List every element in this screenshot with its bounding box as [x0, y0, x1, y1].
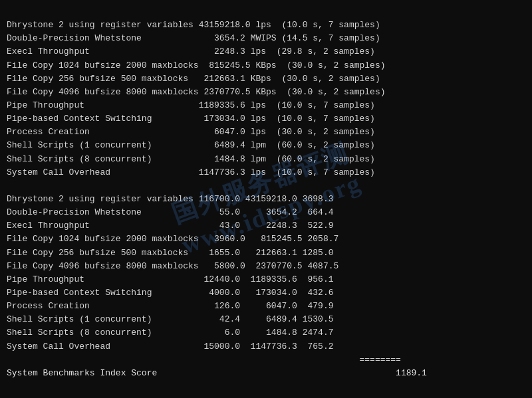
index-row: File Copy 4096 bufsize 8000 maxblocks 58… — [7, 260, 525, 273]
index-row: File Copy 256 bufsize 500 maxblocks 1655… — [7, 247, 525, 260]
perf-row: Execl Throughput 2248.3 lps (29.8 s, 2 s… — [7, 45, 525, 58]
score-line: System Benchmarks Index Score 1189.1 — [7, 367, 525, 380]
perf-row: Pipe-based Context Switching 173034.0 lp… — [7, 112, 525, 126]
index-row: Shell Scripts (8 concurrent) 6.0 1484.8 … — [7, 326, 525, 340]
terminal-window: Dhrystone 2 using register variables 431… — [0, 0, 532, 398]
perf-row: File Copy 1024 bufsize 2000 maxblocks 81… — [7, 59, 525, 72]
index-row: Shell Scripts (1 concurrent) 42.4 6489.4… — [7, 313, 525, 326]
perf-row: Shell Scripts (1 concurrent) 6489.4 lpm … — [7, 139, 525, 152]
perf-row: Pipe Throughput 1189335.6 lps (10.0 s, 7… — [7, 99, 525, 112]
index-row: Pipe Throughput 12440.0 1189335.6 956.1 — [7, 273, 525, 286]
index-row: Dhrystone 2 using register variables 116… — [7, 193, 525, 206]
perf-row: File Copy 4096 bufsize 8000 maxblocks 23… — [7, 86, 525, 99]
performance-rows: Dhrystone 2 using register variables 431… — [7, 19, 525, 179]
perf-row: Double-Precision Whetstone 3654.2 MWIPS … — [7, 32, 525, 45]
index-row: Double-Precision Whetstone 55.0 3654.2 6… — [7, 206, 525, 219]
perf-row: System Call Overhead 1147736.3 lps (10.0… — [7, 166, 525, 179]
perf-row: File Copy 256 bufsize 500 maxblocks 2126… — [7, 72, 525, 86]
index-row: File Copy 1024 bufsize 2000 maxblocks 39… — [7, 233, 525, 246]
perf-row: Dhrystone 2 using register variables 431… — [7, 19, 525, 32]
index-rows: Dhrystone 2 using register variables 116… — [7, 193, 525, 353]
index-row: Process Creation 126.0 6047.0 479.9 — [7, 300, 525, 313]
index-row: Pipe-based Context Switching 4000.0 1730… — [7, 286, 525, 300]
blank-line2 — [7, 179, 525, 193]
perf-row: Process Creation 6047.0 lps (30.0 s, 2 s… — [7, 126, 525, 139]
index-row: Execl Throughput 43.0 2248.3 522.9 — [7, 219, 525, 233]
separator-line: ======== — [7, 353, 525, 367]
perf-row: Shell Scripts (8 concurrent) 1484.8 lpm … — [7, 153, 525, 166]
blank-line1 — [7, 5, 525, 19]
index-row: System Call Overhead 15000.0 1147736.3 7… — [7, 340, 525, 353]
